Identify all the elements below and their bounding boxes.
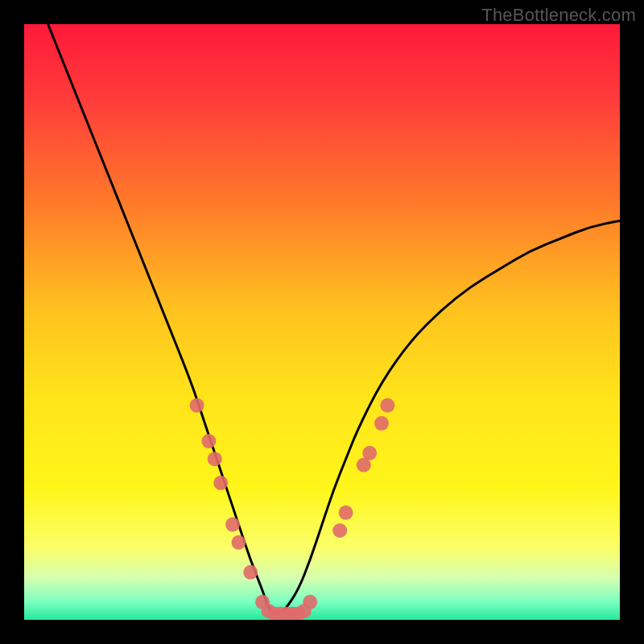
data-marker [213, 476, 228, 490]
gradient-bg [24, 24, 620, 620]
data-marker [243, 565, 258, 580]
data-marker [374, 416, 389, 431]
bottleneck-chart [24, 24, 620, 620]
data-marker [208, 452, 222, 466]
data-marker [362, 446, 377, 460]
data-marker [225, 518, 240, 532]
data-marker [339, 506, 353, 520]
data-marker [303, 595, 317, 609]
data-marker [231, 535, 246, 550]
data-marker [190, 398, 204, 413]
chart-frame [24, 24, 620, 620]
data-marker [332, 523, 347, 538]
watermark-text: TheBottleneck.com [481, 5, 636, 26]
data-marker [201, 434, 216, 448]
data-marker [380, 398, 394, 413]
